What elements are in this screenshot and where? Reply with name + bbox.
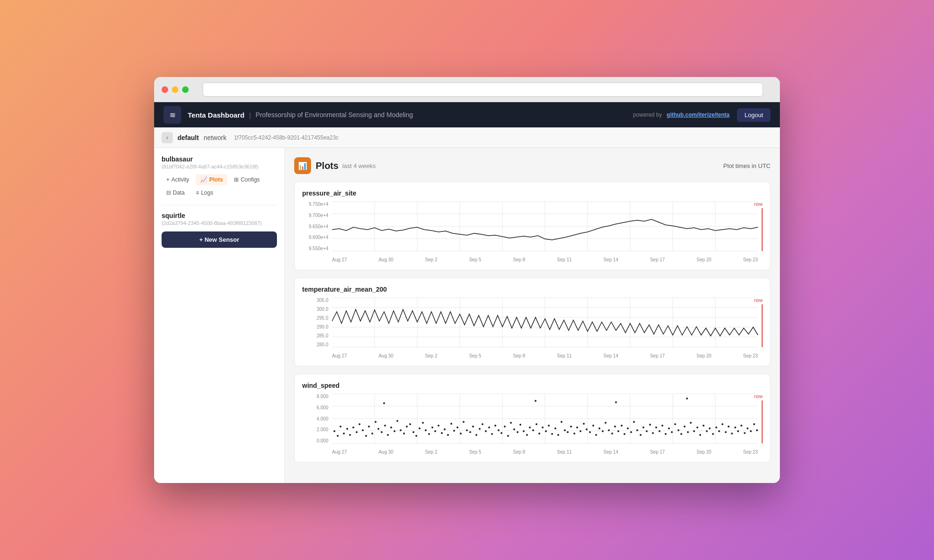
svg-point-133 bbox=[617, 430, 619, 432]
app-header: ≋ Tenta Dashboard | Professorship of Env… bbox=[154, 102, 780, 127]
svg-point-47 bbox=[346, 428, 348, 430]
svg-point-73 bbox=[428, 433, 430, 435]
svg-point-181 bbox=[686, 398, 688, 399]
chart-wind-speed: wind_speed now 8.000 6.000 4.000 2.000 0… bbox=[294, 374, 771, 462]
wind-x-8: Sep 20 bbox=[697, 449, 712, 455]
svg-point-49 bbox=[353, 427, 354, 428]
close-button[interactable] bbox=[162, 86, 168, 93]
tab-plots[interactable]: 📈 Plots bbox=[196, 174, 227, 185]
wind-y-3: 2.000 bbox=[302, 427, 330, 432]
wind-x-9: Sep 23 bbox=[743, 449, 758, 455]
y-label-3: 9.600e+4 bbox=[302, 235, 330, 240]
svg-point-71 bbox=[422, 422, 424, 424]
chart-area-temperature: now 305.0 300.0 295.0 290.0 285.0 280.0 bbox=[302, 298, 763, 358]
svg-point-153 bbox=[680, 433, 682, 435]
svg-point-134 bbox=[621, 425, 623, 427]
svg-point-141 bbox=[643, 427, 644, 428]
svg-point-75 bbox=[434, 430, 436, 432]
chart-plot-pressure bbox=[332, 202, 758, 251]
back-button[interactable]: ‹ bbox=[162, 132, 173, 143]
temp-x-9: Sep 23 bbox=[743, 353, 758, 358]
chart-area-pressure: now 9.750e+4 9.700e+4 9.650e+4 9.600e+4 … bbox=[302, 202, 763, 262]
wind-x-3: Sep 5 bbox=[469, 449, 481, 455]
now-line-pressure bbox=[762, 208, 763, 251]
svg-point-170 bbox=[734, 427, 736, 428]
svg-point-94 bbox=[495, 425, 496, 427]
svg-point-110 bbox=[545, 430, 547, 432]
logo-icon: ≋ bbox=[170, 111, 176, 119]
plots-utc: Plot times in UTC bbox=[723, 162, 771, 169]
tab-activity[interactable]: + Activity bbox=[162, 174, 194, 185]
new-sensor-button[interactable]: + New Sensor bbox=[162, 231, 277, 248]
svg-point-80 bbox=[450, 423, 452, 425]
x-label-3: Sep 5 bbox=[469, 257, 481, 262]
svg-point-86 bbox=[469, 431, 471, 433]
sensor-id-squirtle: (2d2a3794-2345-4500-8baa-493f88123087) bbox=[162, 220, 277, 226]
svg-point-119 bbox=[573, 433, 575, 434]
x-label-1: Aug 30 bbox=[379, 257, 394, 262]
temp-x-4: Sep 8 bbox=[513, 353, 525, 358]
logout-button[interactable]: Logout bbox=[737, 108, 771, 122]
y-axis-temperature: 305.0 300.0 295.0 290.0 285.0 280.0 bbox=[302, 298, 330, 347]
svg-point-160 bbox=[702, 425, 704, 427]
svg-point-171 bbox=[737, 430, 739, 432]
svg-point-117 bbox=[567, 431, 569, 433]
y-label-1: 9.700e+4 bbox=[302, 213, 330, 218]
svg-point-129 bbox=[605, 422, 607, 424]
tab-data[interactable]: ⊟ Data bbox=[162, 187, 189, 198]
y-label-2: 9.650e+4 bbox=[302, 224, 330, 229]
y-axis-wind: 8.000 6.000 4.000 2.000 0.000 bbox=[302, 394, 330, 443]
svg-point-64 bbox=[400, 429, 402, 431]
svg-point-102 bbox=[519, 424, 521, 426]
sensor-name-squirtle[interactable]: squirtle bbox=[162, 212, 277, 219]
network-bar: ‹ default network 1f705cc5-4242-458b-920… bbox=[154, 127, 780, 148]
x-axis-wind: Aug 27 Aug 30 Sep 2 Sep 5 Sep 8 Sep 11 S… bbox=[332, 449, 758, 455]
temp-x-7: Sep 17 bbox=[650, 353, 665, 358]
svg-point-172 bbox=[741, 425, 743, 427]
address-bar[interactable] bbox=[203, 83, 763, 97]
svg-point-51 bbox=[359, 423, 361, 425]
wind-x-6: Sep 14 bbox=[603, 449, 618, 455]
svg-point-62 bbox=[394, 430, 396, 432]
sensor-item-bulbasaur: bulbasaur (81bf7042-e20f-4a97-ac44-c1585… bbox=[162, 155, 277, 198]
sensor-name-bulbasaur[interactable]: bulbasaur bbox=[162, 155, 277, 163]
svg-point-179 bbox=[535, 400, 537, 402]
header-subtitle: Professorship of Environmental Sensing a… bbox=[255, 111, 413, 119]
temp-x-8: Sep 20 bbox=[697, 353, 712, 358]
svg-point-70 bbox=[418, 427, 420, 429]
svg-point-103 bbox=[523, 430, 524, 432]
svg-point-74 bbox=[432, 427, 433, 428]
svg-point-151 bbox=[674, 423, 676, 425]
x-label-4: Sep 8 bbox=[513, 257, 525, 262]
traffic-lights bbox=[162, 86, 189, 93]
svg-point-97 bbox=[504, 426, 506, 427]
svg-point-136 bbox=[627, 427, 629, 429]
svg-point-178 bbox=[383, 402, 385, 404]
svg-point-135 bbox=[623, 433, 625, 435]
svg-point-96 bbox=[501, 432, 502, 434]
sensor-item-squirtle: squirtle (2d2a3794-2345-4500-8baa-493f88… bbox=[162, 212, 277, 226]
temp-y-2: 295.0 bbox=[302, 315, 330, 321]
svg-point-176 bbox=[753, 423, 755, 425]
data-icon: ⊟ bbox=[166, 189, 171, 196]
github-link[interactable]: github.com/iterize/tenta bbox=[667, 112, 730, 118]
svg-point-113 bbox=[554, 427, 556, 429]
svg-point-147 bbox=[661, 425, 663, 427]
minimize-button[interactable] bbox=[172, 86, 178, 93]
svg-point-142 bbox=[646, 430, 648, 432]
svg-point-123 bbox=[586, 428, 587, 430]
chart-pressure-air-site: pressure_air_site now 9.750e+4 9.700e+4 … bbox=[294, 182, 771, 270]
svg-point-111 bbox=[548, 425, 550, 427]
temp-x-2: Sep 2 bbox=[425, 353, 437, 358]
svg-point-159 bbox=[699, 434, 701, 436]
tab-configs[interactable]: ⊞ Configs bbox=[229, 174, 264, 185]
svg-point-143 bbox=[649, 424, 651, 426]
svg-point-107 bbox=[536, 423, 538, 425]
wind-x-5: Sep 11 bbox=[557, 449, 572, 455]
svg-point-146 bbox=[658, 430, 660, 432]
svg-point-66 bbox=[406, 426, 408, 427]
svg-point-101 bbox=[517, 431, 518, 433]
svg-point-161 bbox=[706, 430, 708, 432]
tab-logs[interactable]: ≡ Logs bbox=[191, 187, 218, 198]
maximize-button[interactable] bbox=[182, 86, 189, 93]
